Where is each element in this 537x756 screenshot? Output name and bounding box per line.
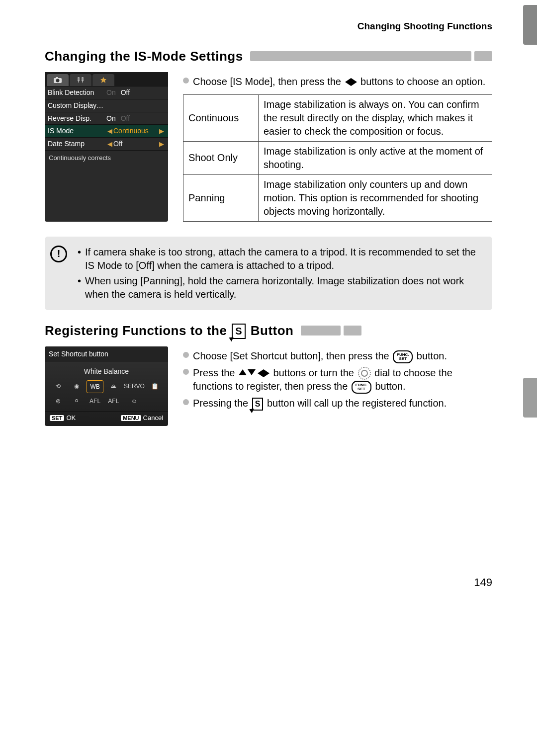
- section-2-title: Registering Functions to the S Button: [45, 322, 492, 339]
- opt-shootonly-desc: Image stabilization is only active at th…: [259, 141, 492, 174]
- shortcut-mode-label: White Balance: [45, 362, 168, 379]
- bullet-icon: [183, 78, 189, 84]
- bullet-icon: [183, 352, 189, 358]
- shortcut-grid-cell: SERVO: [124, 380, 145, 392]
- shortcut-grid-cell: ⟲: [50, 380, 66, 392]
- note-2: When using [Panning], hold the camera ho…: [78, 274, 483, 301]
- svg-marker-3: [100, 77, 106, 83]
- shortcut-grid-cell: ☺: [124, 395, 145, 407]
- bullet-icon: [183, 399, 189, 405]
- page-number: 149: [45, 575, 492, 590]
- shortcut-grid-cell: AFL: [105, 395, 122, 407]
- is-mode-options-table: Continuous Image stabilization is always…: [183, 94, 492, 222]
- shortcut-grid-cell: ⛰: [105, 380, 122, 392]
- svg-rect-1: [56, 77, 58, 79]
- tab-star-icon: [92, 74, 114, 86]
- func-set-icon: FUNC.SET: [352, 381, 371, 394]
- left-right-arrow-icon: [345, 78, 357, 86]
- func-set-icon: FUNC.SET: [393, 350, 413, 363]
- note-1: If camera shake is too strong, attach th…: [78, 246, 483, 272]
- opt-panning-label: Panning: [183, 174, 259, 221]
- side-tab-top: [523, 5, 537, 45]
- shortcut-grid-cell: ◉: [68, 380, 85, 392]
- shortcut-grid-cell: AFL: [87, 395, 103, 407]
- dpad-icon: [239, 369, 269, 377]
- menu-row-reverse-disp: Reverse Disp. OnOff: [45, 112, 168, 125]
- section-1-title: Changing the IS-Mode Settings: [45, 48, 492, 65]
- opt-continuous-desc: Image stabilization is always on. You ca…: [259, 94, 492, 141]
- section-2-title-post: Button: [251, 323, 294, 338]
- caution-note-box: ! If camera shake is too strong, attach …: [45, 237, 492, 310]
- step-3: Pressing the S button will call up the r…: [183, 397, 492, 411]
- page-header: Changing Shooting Functions: [45, 20, 492, 33]
- menu-row-custom-display: Custom Display…: [45, 99, 168, 112]
- tab-tools-icon: [70, 74, 91, 86]
- opt-shootonly-label: Shoot Only: [183, 141, 259, 174]
- shortcut-grid-cell: ⊚: [50, 395, 66, 407]
- svg-point-2: [56, 79, 60, 82]
- section1-instruction: Choose [IS Mode], then press the buttons…: [183, 75, 492, 88]
- step-2: Press the buttons or turn the dial to ch…: [183, 366, 492, 394]
- shortcut-cancel: MENUCancel: [121, 414, 163, 422]
- menu-row-blink-detection: Blink Detection OnOff: [45, 86, 168, 99]
- shortcut-title: Set Shortcut button: [45, 346, 168, 362]
- shortcut-grid-cell: [147, 395, 163, 407]
- shortcut-screenshot: Set Shortcut button White Balance ⟲◉WB⛰S…: [45, 346, 168, 426]
- menu-row-is-mode: IS Mode ◀Continuous▶: [45, 124, 168, 137]
- shortcut-ok: SETOK: [50, 414, 76, 422]
- shortcut-grid-cell: 📋: [147, 380, 163, 392]
- section-2-title-pre: Registering Functions to the: [45, 323, 231, 338]
- tab-camera-icon: [47, 74, 69, 86]
- menu-row-date-stamp: Date Stamp ◀Off▶: [45, 137, 168, 150]
- shortcut-s-icon: S: [252, 398, 264, 411]
- menu-footer: Continuously corrects: [45, 150, 168, 163]
- opt-panning-desc: Image stabilization only counters up and…: [259, 174, 492, 221]
- shortcut-s-icon: S: [232, 324, 246, 339]
- step-1: Choose [Set Shortcut button], then press…: [183, 349, 492, 363]
- section-1-title-text: Changing the IS-Mode Settings: [45, 48, 243, 65]
- side-tab-mid: [523, 378, 537, 418]
- opt-continuous-label: Continuous: [183, 94, 259, 141]
- shortcut-grid-cell: ⚪︎: [68, 395, 85, 407]
- shortcut-grid-cell: WB: [87, 380, 103, 393]
- bullet-icon: [183, 369, 189, 375]
- camera-menu-screenshot: Blink Detection OnOff Custom Display… Re…: [45, 72, 168, 222]
- control-dial-icon: [358, 367, 371, 380]
- caution-icon: !: [50, 246, 67, 262]
